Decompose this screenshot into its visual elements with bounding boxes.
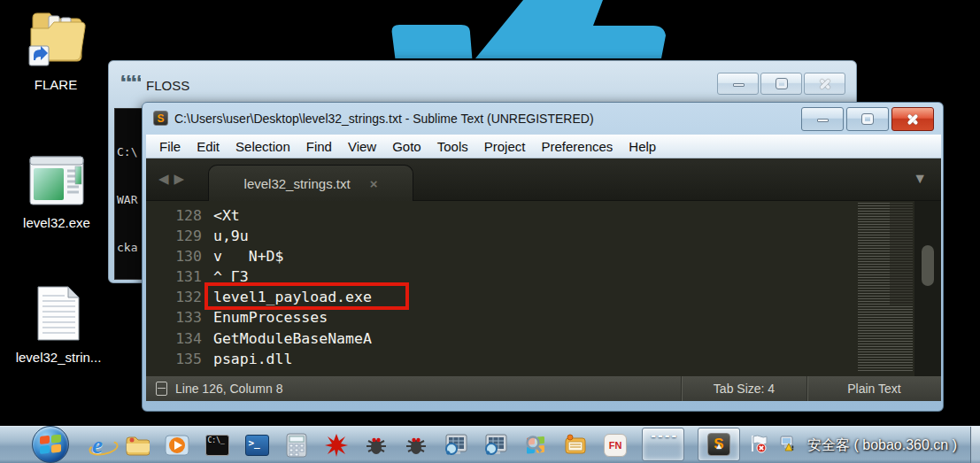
menu-view[interactable]: View [340, 136, 384, 157]
floss-quotes-icon: ““ [120, 75, 141, 95]
menu-selection[interactable]: Selection [228, 136, 298, 157]
desktop-icon-label: level32_strin... [7, 350, 110, 365]
monitor-magnifier-icon[interactable] [443, 432, 469, 459]
editor-line: 128<Xt [146, 205, 941, 226]
menu-help[interactable]: Help [621, 136, 664, 157]
editor-line: 135psapi.dll [146, 349, 941, 369]
text-editor[interactable]: 128<Xt 129u,9u 130v N+D$ 131^ Γ3 132leve… [146, 201, 941, 376]
tab-back-icon[interactable]: ◀ [158, 171, 174, 186]
powershell-icon[interactable]: >_ [243, 432, 270, 459]
scrollbar-track[interactable] [914, 201, 941, 376]
watermark-text: 安全客 ( bobao.360.cn ) [807, 436, 957, 455]
editor-content-area: ◀▶ level32_strings.txt × ▼ 128<Xt 129u,9… [146, 158, 941, 376]
folder-shortcut-icon [22, 4, 89, 71]
editor-line: 129u,9u [146, 226, 941, 246]
line-text: psapi.dll [213, 349, 292, 369]
menu-bar: File Edit Selection Find View Goto Tools… [146, 135, 941, 158]
minimize-icon [733, 83, 745, 87]
editor-line: 130v N+D$ [146, 246, 941, 266]
ida-splat-icon[interactable] [323, 432, 350, 459]
minimize-icon [817, 119, 829, 122]
menu-edit[interactable]: Edit [189, 136, 228, 157]
tab-size-indicator[interactable]: Tab Size: 4 [681, 376, 806, 401]
line-number: 134 [146, 328, 202, 349]
sublime-titlebar[interactable]: S C:\Users\user\Desktop\level32_strings.… [153, 111, 594, 126]
media-player-icon[interactable] [164, 432, 190, 459]
calculator-icon[interactable] [283, 432, 310, 459]
menu-goto[interactable]: Goto [384, 136, 429, 157]
monitor-magnifier-icon-2[interactable] [482, 432, 509, 459]
windows-explorer-icon[interactable] [124, 432, 150, 459]
minimap[interactable] [858, 203, 913, 373]
maximize-icon [776, 79, 787, 89]
desktop: FLARE level32.exe [0, 0, 980, 463]
line-number: 132 [146, 287, 202, 307]
minimize-button[interactable] [801, 107, 844, 131]
line-number: 129 [146, 226, 202, 246]
menu-project[interactable]: Project [476, 136, 534, 157]
network-warning-icon[interactable] [778, 434, 798, 457]
editor-line: 134GetModuleBaseNameA [146, 328, 941, 349]
editor-line: 131^ Γ3 [146, 266, 941, 287]
tab-level32-strings[interactable]: level32_strings.txt × [208, 165, 413, 201]
action-center-flag-icon[interactable] [749, 434, 768, 457]
editor-line-highlighted: 132level1_payload.exe [146, 287, 941, 307]
line-number: 130 [146, 246, 202, 266]
editor-line: 133EnumProcesses [146, 307, 941, 328]
tab-bar: ◀▶ level32_strings.txt × ▼ [146, 158, 941, 201]
syntax-indicator[interactable]: Plain Text [806, 376, 941, 401]
floss-window-controls [717, 73, 845, 95]
sublime-window: S C:\Users\user\Desktop\level32_strings.… [142, 102, 944, 412]
debugger-bug-icon-2[interactable] [403, 432, 429, 459]
maximize-button[interactable] [846, 107, 889, 131]
text-file-icon [33, 283, 84, 343]
debugger-bug-icon[interactable] [363, 432, 390, 459]
line-text: EnumProcesses [213, 307, 328, 328]
desktop-icon-level32-strings[interactable]: level32_strin... [7, 283, 110, 365]
desktop-icon-label: FLARE [11, 77, 101, 92]
sublime-window-controls [801, 107, 934, 131]
internet-explorer-icon[interactable]: e [84, 432, 111, 459]
close-icon [906, 112, 920, 127]
close-button[interactable] [891, 107, 934, 131]
line-number: 135 [146, 349, 202, 369]
menu-tools[interactable]: Tools [429, 136, 476, 157]
start-button[interactable] [32, 426, 69, 463]
menu-file[interactable]: File [151, 136, 189, 157]
show-hidden-icons-button[interactable]: ▲ [714, 441, 723, 451]
menu-find[interactable]: Find [298, 136, 340, 157]
line-text: level1_payload.exe [213, 287, 372, 307]
show-desktop-button[interactable] [970, 427, 980, 463]
application-icon [27, 154, 86, 209]
line-number: 131 [146, 266, 202, 287]
floss-titlebar[interactable]: ““ FLOSS [120, 75, 189, 95]
line-text: GetModuleBaseNameA [213, 328, 372, 349]
cursor-position-text: Line 126, Column 8 [175, 382, 681, 396]
desktop-icon-flare[interactable]: FLARE [11, 4, 101, 92]
taskbar-button-floss[interactable]: ““ [642, 428, 684, 461]
maximize-button[interactable] [760, 73, 802, 95]
line-text: <Xt [213, 205, 240, 226]
tab-overflow-dropdown-icon[interactable]: ▼ [913, 171, 927, 187]
status-bar: Line 126, Column 8 Tab Size: 4 Plain Tex… [146, 376, 941, 401]
desktop-icon-level32-exe[interactable]: level32.exe [12, 154, 101, 230]
line-text: u,9u [213, 226, 249, 246]
command-prompt-icon[interactable]: C:\_ [204, 432, 230, 459]
minimize-button[interactable] [717, 73, 759, 95]
status-panel-icon[interactable] [156, 382, 167, 396]
floss-icon: ““ [649, 436, 676, 453]
scrollbar-thumb[interactable] [922, 245, 934, 286]
close-button[interactable] [804, 73, 845, 95]
tab-forward-icon[interactable]: ▶ [174, 171, 190, 186]
taskbar: e C:\_ >_ [0, 426, 980, 463]
flare-wallpaper-logo [0, 0, 980, 59]
orange-window-tool-icon[interactable] [562, 432, 589, 459]
close-icon [818, 77, 832, 91]
tab-close-icon[interactable]: × [370, 176, 378, 191]
fakenet-icon[interactable]: FN [602, 432, 629, 459]
line-number: 128 [146, 205, 202, 226]
menu-preferences[interactable]: Preferences [533, 136, 621, 157]
windows-magnifier-icon[interactable] [522, 432, 549, 459]
desktop-icon-label: level32.exe [12, 215, 101, 230]
floss-window-title: FLOSS [146, 78, 189, 93]
